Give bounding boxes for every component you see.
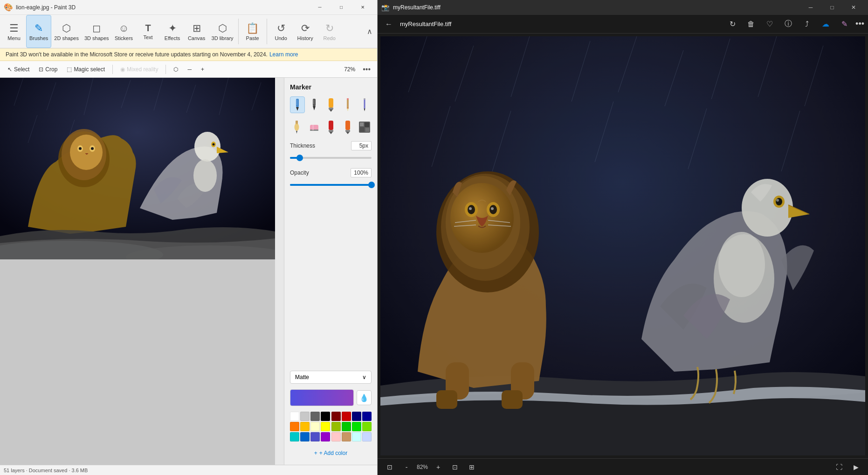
ribbon-text[interactable]: T Text — [136, 15, 160, 48]
crop-button[interactable]: ⊡ Crop — [35, 64, 61, 75]
photo-viewer-svg — [380, 36, 865, 455]
color-indigo[interactable] — [310, 432, 320, 441]
color-lightblue[interactable] — [362, 432, 372, 441]
color-yellowgreen[interactable] — [331, 422, 341, 431]
ribbon-3dshapes[interactable]: ◻ 3D shapes — [82, 15, 112, 48]
rotate-button[interactable]: ↻ — [725, 17, 740, 32]
add-color-button[interactable]: + + Add color — [290, 447, 372, 459]
close-button[interactable]: ✕ — [352, 0, 373, 15]
onedrive-button[interactable]: ☁ — [818, 17, 833, 32]
color-darkblue[interactable] — [352, 412, 361, 421]
toolbar-more-button[interactable]: ••• — [360, 63, 373, 75]
thickness-slider[interactable] — [290, 153, 372, 163]
brush-pencil-btn[interactable] — [340, 96, 355, 113]
color-amber[interactable] — [300, 422, 310, 431]
brush-orange-marker-btn[interactable] — [340, 119, 355, 136]
edit-button[interactable]: ✎ — [837, 17, 852, 32]
color-navy[interactable] — [362, 412, 372, 421]
brush-red-marker-btn[interactable] — [324, 119, 338, 136]
ribbon-2dshapes[interactable]: ⬡ 2D shapes — [51, 15, 82, 48]
color-white[interactable] — [290, 412, 299, 421]
ribbon-3dlibrary[interactable]: ⬡ 3D library — [209, 15, 236, 48]
heart-button[interactable]: ♡ — [762, 17, 777, 32]
color-pink[interactable] — [331, 432, 341, 441]
svg-rect-46 — [329, 121, 333, 130]
opacity-thumb[interactable] — [368, 182, 375, 188]
brush-liner-btn[interactable] — [357, 96, 372, 113]
svg-marker-34 — [347, 109, 349, 111]
history-icon: ⟳ — [301, 22, 310, 34]
svg-rect-54 — [365, 122, 369, 127]
actual-size-button[interactable]: ⊞ — [465, 461, 478, 474]
color-lightyellow[interactable] — [310, 422, 320, 431]
ribbon-undo[interactable]: ↺ Undo — [269, 15, 293, 48]
color-black[interactable] — [321, 412, 330, 421]
crop-icon: ⊡ — [39, 66, 43, 73]
svg-rect-47 — [329, 130, 333, 132]
magic-select-button[interactable]: ⬚ Magic select — [63, 64, 109, 75]
svg-marker-28 — [313, 106, 316, 110]
back-button[interactable]: ← — [381, 17, 396, 32]
delete-button[interactable]: 🗑 — [744, 17, 758, 32]
opacity-slider[interactable] — [290, 180, 372, 190]
finish-dropdown[interactable]: Matte ∨ — [290, 371, 372, 384]
shape-button[interactable]: ⬡ — [170, 64, 182, 75]
brush-texture-btn[interactable] — [357, 119, 372, 136]
photo-viewer-minimize[interactable]: ─ — [800, 0, 821, 15]
add-color-label: + Add color — [319, 450, 347, 456]
eyedropper-button[interactable]: 💧 — [357, 390, 372, 405]
color-green[interactable] — [342, 422, 351, 431]
current-color-swatch[interactable] — [290, 389, 354, 406]
monitor-button[interactable]: ⊡ — [383, 461, 396, 474]
learn-more-link[interactable]: Learn more — [269, 51, 298, 58]
color-limegreen[interactable] — [362, 422, 372, 431]
photo-viewer-window-controls: ─ □ ✕ — [800, 0, 864, 15]
photo-viewer-close[interactable]: ✕ — [843, 0, 864, 15]
brush-eraser-btn[interactable] — [307, 119, 322, 136]
share-button[interactable]: ⤴ — [799, 17, 814, 32]
color-red[interactable] — [342, 412, 351, 421]
color-lightcyan[interactable] — [352, 432, 361, 441]
ribbon-history[interactable]: ⟳ History — [293, 15, 317, 48]
color-blue[interactable] — [300, 432, 310, 441]
ribbon-effects[interactable]: ✦ Effects — [160, 15, 185, 48]
slideshow-button[interactable]: ▶ — [849, 461, 862, 474]
ribbon-redo[interactable]: ↻ Redo — [317, 15, 342, 48]
svg-point-18 — [79, 147, 82, 150]
ribbon-menu[interactable]: ☰ Menu — [2, 15, 26, 48]
thickness-thumb[interactable] — [296, 155, 303, 161]
color-lightgray[interactable] — [300, 412, 310, 421]
ribbon-collapse-btn[interactable]: ∧ — [364, 15, 375, 48]
ribbon-canvas[interactable]: ⊞ Canvas — [185, 15, 209, 48]
color-gray[interactable] — [310, 412, 320, 421]
info-button[interactable]: ⓘ — [781, 17, 796, 32]
brush-calligraphy-btn[interactable] — [290, 96, 305, 113]
color-brightgreen[interactable] — [352, 422, 361, 431]
minimize-button[interactable]: ─ — [309, 0, 331, 15]
add-button[interactable]: + — [197, 64, 208, 75]
fit-button[interactable]: ⊡ — [448, 461, 462, 474]
color-yellow[interactable] — [321, 422, 330, 431]
canvas-area[interactable] — [0, 78, 284, 465]
ribbon-effects-label: Effects — [165, 35, 180, 41]
color-cyan[interactable] — [290, 432, 299, 441]
more-options-button[interactable]: ••• — [855, 19, 864, 29]
brush-pen-btn[interactable] — [307, 96, 322, 113]
ribbon-brushes[interactable]: ✎ Brushes — [26, 15, 51, 48]
line-button[interactable]: ─ — [184, 64, 195, 75]
color-darkred[interactable] — [331, 412, 341, 421]
ribbon-stickers[interactable]: ☺ Stickers — [112, 15, 136, 48]
select-button[interactable]: ↖ Select — [4, 64, 33, 75]
zoom-out-button[interactable]: - — [400, 461, 413, 474]
brush-marker-btn[interactable] — [324, 96, 338, 113]
maximize-button[interactable]: □ — [331, 0, 352, 15]
mixed-reality-button[interactable]: ◉ Mixed reality — [117, 64, 162, 75]
color-purple[interactable] — [321, 432, 330, 441]
color-orange[interactable] — [290, 422, 299, 431]
photo-viewer-maximize[interactable]: □ — [821, 0, 843, 15]
color-tan[interactable] — [342, 432, 351, 441]
brush-watercolor-btn[interactable] — [290, 119, 305, 136]
ribbon-paste[interactable]: 📋 Paste — [241, 15, 265, 48]
zoom-in-button[interactable]: + — [432, 461, 445, 474]
fullscreen-button[interactable]: ⛶ — [833, 461, 846, 474]
